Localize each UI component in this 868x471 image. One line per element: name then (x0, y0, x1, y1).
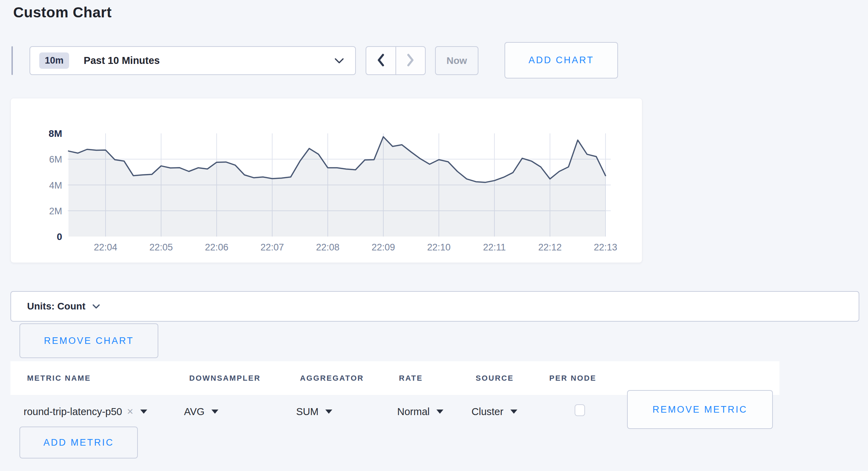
time-window-label: Past 10 Minutes (84, 55, 160, 66)
clear-metric-icon[interactable]: × (127, 405, 133, 418)
chevron-down-icon (334, 58, 344, 64)
metric-name-dropdown[interactable]: round-trip-latency-p50 × (24, 396, 147, 427)
rate-dropdown[interactable]: Normal (397, 396, 443, 427)
time-window-badge: 10m (39, 52, 69, 69)
source-value: Cluster (471, 406, 503, 418)
remove-metric-button[interactable]: REMOVE METRIC (627, 390, 773, 429)
header-downsampler: DOWNSAMPLER (189, 361, 261, 395)
x-axis-tick-label: 22:10 (427, 242, 451, 253)
source-dropdown[interactable]: Cluster (471, 396, 517, 427)
rate-value: Normal (397, 406, 429, 418)
header-source: SOURCE (476, 361, 514, 395)
y-axis-tick-label: 4M (49, 180, 62, 191)
x-axis-tick-label: 22:09 (372, 242, 395, 253)
caret-down-icon (436, 410, 443, 414)
metric-name-value: round-trip-latency-p50 (24, 406, 122, 418)
header-rate: RATE (399, 361, 423, 395)
y-axis-tick-label: 0 (57, 231, 62, 242)
y-axis-tick-label: 2M (49, 206, 62, 216)
series-area (68, 137, 606, 237)
metric-chart: 8M6M4M2M022:0422:0522:0622:0722:0822:092… (11, 98, 642, 263)
toolbar-accent-bar (11, 46, 13, 75)
next-time-button[interactable] (396, 47, 425, 74)
prev-time-button[interactable] (366, 47, 395, 74)
x-axis-tick-label: 22:07 (260, 242, 284, 253)
y-axis-tick-label: 6M (49, 154, 62, 165)
downsampler-value: AVG (184, 406, 205, 418)
caret-down-icon (325, 410, 332, 414)
aggregator-dropdown[interactable]: SUM (296, 396, 332, 427)
per-node-checkbox[interactable] (575, 404, 585, 416)
caret-down-icon (211, 410, 218, 414)
x-axis-tick-label: 22:08 (316, 242, 340, 253)
add-chart-button[interactable]: ADD CHART (504, 42, 618, 78)
chevron-left-icon (377, 53, 385, 68)
header-metric-name: METRIC NAME (27, 361, 91, 395)
y-axis-tick-label: 8M (49, 128, 62, 139)
x-axis-tick-label: 22:12 (538, 242, 562, 253)
x-axis-tick-label: 22:11 (483, 242, 506, 253)
downsampler-dropdown[interactable]: AVG (184, 396, 218, 427)
units-dropdown[interactable]: Units: Count (10, 291, 859, 322)
units-label: Units: Count (27, 301, 85, 312)
custom-chart-card: 8M6M4M2M022:0422:0522:0622:0722:0822:092… (10, 98, 642, 263)
chevron-right-icon (407, 53, 414, 68)
aggregator-value: SUM (296, 406, 318, 418)
x-axis-tick-label: 22:04 (94, 242, 117, 253)
page-title: Custom Chart (13, 4, 112, 21)
x-axis-tick-label: 22:06 (205, 242, 228, 253)
caret-down-icon (140, 410, 147, 414)
caret-down-icon (510, 410, 517, 414)
header-aggregator: AGGREGATOR (300, 361, 364, 395)
chevron-down-icon (92, 304, 100, 309)
time-window-dropdown[interactable]: 10m Past 10 Minutes (30, 46, 356, 75)
add-metric-button[interactable]: ADD METRIC (19, 427, 138, 458)
now-button[interactable]: Now (435, 46, 478, 75)
x-axis-tick-label: 22:13 (594, 242, 617, 253)
remove-chart-button[interactable]: REMOVE CHART (19, 323, 158, 358)
header-per-node: PER NODE (549, 361, 596, 395)
x-axis-tick-label: 22:05 (149, 242, 173, 253)
time-step-buttons (366, 46, 426, 75)
